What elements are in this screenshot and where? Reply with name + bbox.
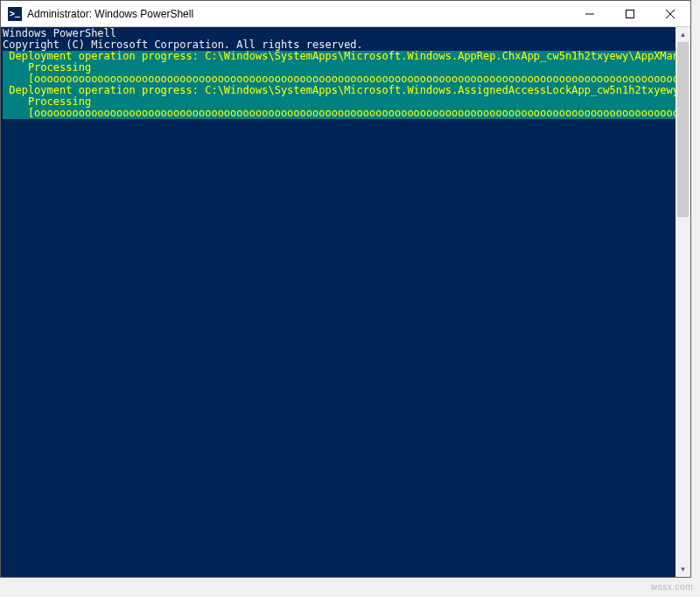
chevron-down-icon: ▼ (680, 565, 687, 573)
watermark-text: wssx.com (651, 582, 693, 592)
console-area: Windows PowerShell Copyright (C) Microso… (1, 27, 690, 577)
window-title: Administrator: Windows PowerShell (27, 8, 570, 20)
ps-banner-line2: Copyright (C) Microsoft Corporation. All… (3, 39, 363, 51)
chevron-up-icon: ▲ (680, 31, 687, 39)
progress-2-bar: [ooooooooooooooooooooooooooooooooooooooo… (3, 108, 676, 119)
scroll-down-button[interactable]: ▼ (676, 562, 690, 577)
svg-rect-1 (626, 10, 634, 18)
ps-banner-line1: Windows PowerShell (3, 27, 116, 39)
scroll-up-button[interactable]: ▲ (676, 27, 690, 42)
scroll-track[interactable] (676, 42, 690, 562)
minimize-button[interactable] (570, 1, 610, 26)
maximize-button[interactable] (610, 1, 650, 26)
vertical-scrollbar[interactable]: ▲ ▼ (676, 27, 690, 577)
window-controls (570, 1, 690, 26)
close-icon (666, 10, 675, 18)
console-output[interactable]: Windows PowerShell Copyright (C) Microso… (1, 27, 676, 577)
titlebar[interactable]: Administrator: Windows PowerShell (1, 1, 690, 27)
close-button[interactable] (650, 1, 690, 26)
maximize-icon (626, 10, 634, 18)
scroll-thumb[interactable] (677, 42, 689, 217)
minimize-icon (585, 10, 594, 18)
powershell-icon (8, 7, 22, 21)
powershell-window: Administrator: Windows PowerShell Window… (0, 0, 691, 578)
